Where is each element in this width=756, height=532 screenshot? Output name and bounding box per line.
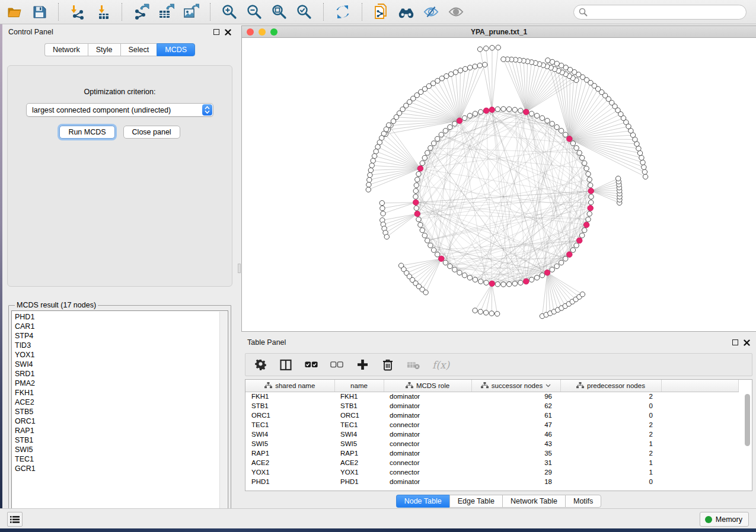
export-network-icon[interactable] (133, 4, 149, 20)
select-spinner-icon (202, 104, 212, 116)
zoom-selected-icon[interactable] (296, 4, 312, 20)
memory-label: Memory (716, 515, 742, 524)
result-node-item[interactable]: SWI4 (15, 360, 228, 369)
network-titlebar[interactable]: YPA_prune.txt_1 (242, 26, 756, 38)
first-neighbors-icon[interactable] (398, 4, 414, 20)
table-toolbar: f(x) (245, 353, 752, 376)
result-node-item[interactable]: TEC1 (15, 454, 228, 464)
result-node-item[interactable]: SWI5 (15, 445, 228, 454)
status-bar: Memory (0, 508, 756, 528)
result-node-item[interactable]: STP4 (15, 331, 228, 341)
optimization-criterion-select[interactable]: largest connected component (undirected) (26, 103, 213, 117)
float-panel-icon[interactable] (213, 29, 219, 35)
import-table-icon[interactable] (94, 4, 111, 20)
show-column-panel-icon[interactable] (279, 358, 292, 371)
toolbar-separator (362, 3, 362, 21)
minimize-window-icon[interactable] (259, 28, 266, 36)
create-column-plus-icon[interactable] (356, 358, 369, 371)
tab-node-table[interactable]: Node Table (396, 495, 449, 508)
tab-select[interactable]: Select (120, 43, 157, 56)
table-panel: Table Panel f(x) (241, 335, 756, 508)
table-row[interactable]: TEC1TEC1connector472 (245, 420, 739, 430)
show-task-history-button[interactable] (7, 512, 23, 527)
result-node-item[interactable]: RAP1 (15, 426, 228, 435)
close-panel-icon[interactable] (225, 29, 231, 36)
table-scrollbar[interactable] (745, 393, 750, 489)
table-row[interactable]: YOX1YOX1connector291 (245, 467, 739, 477)
result-node-item[interactable]: ACE2 (15, 398, 228, 407)
new-network-from-selection-icon[interactable] (373, 4, 390, 20)
toolbar-separator (122, 3, 122, 21)
control-panel: Control Panel NetworkStyleSelectMCDS Opt… (2, 24, 237, 508)
result-node-item[interactable]: GCR1 (15, 464, 228, 473)
column-header-successor-nodes[interactable]: successor nodes (471, 380, 560, 392)
result-node-item[interactable]: PMA2 (15, 379, 228, 388)
tab-style[interactable]: Style (88, 43, 120, 56)
table-row[interactable]: ACE2ACE2connector311 (245, 458, 739, 467)
table-row[interactable]: SWI4SWI4dominator462 (245, 430, 739, 439)
table-settings-gear-icon[interactable] (254, 358, 267, 371)
result-node-item[interactable]: YOX1 (15, 350, 228, 360)
vertical-splitter[interactable] (237, 24, 241, 508)
zoom-fit-icon[interactable] (271, 4, 288, 20)
mcds-result-title: MCDS result (17 nodes) (15, 301, 98, 309)
column-header-name[interactable]: name (334, 380, 384, 392)
search-container (573, 5, 747, 20)
save-session-icon[interactable] (31, 4, 47, 20)
mcds-result-list[interactable]: PHD1CAR1STP4TID3YOX1SWI4SRD1PMA2FKH1ACE2… (11, 310, 228, 514)
control-panel-tabs: NetworkStyleSelectMCDS (2, 43, 237, 56)
column-header-MCDS-role[interactable]: MCDS role (384, 380, 471, 392)
close-table-panel-icon[interactable] (744, 339, 750, 346)
tab-network[interactable]: Network (44, 43, 88, 56)
hide-selected-icon[interactable] (423, 4, 439, 20)
tab-motifs[interactable]: Motifs (565, 495, 601, 508)
export-image-icon[interactable] (183, 4, 199, 20)
maximize-window-icon[interactable] (270, 28, 277, 36)
table-scrollbar-thumb[interactable] (745, 394, 750, 446)
column-header-predecessor-nodes[interactable]: predecessor nodes (560, 380, 661, 392)
control-panel-title: Control Panel (8, 28, 53, 36)
show-all-icon[interactable] (448, 4, 464, 20)
node-table[interactable]: shared namenameMCDS rolesuccessor nodesp… (245, 380, 739, 486)
import-network-icon[interactable] (69, 4, 86, 20)
zoom-out-icon[interactable] (246, 4, 263, 20)
splitter-grab-handle[interactable] (238, 264, 241, 273)
result-node-item[interactable]: ORC1 (15, 416, 228, 426)
result-node-item[interactable]: SRD1 (15, 369, 228, 379)
tab-edge-table[interactable]: Edge Table (449, 495, 502, 508)
result-node-item[interactable]: CAR1 (15, 322, 228, 331)
network-canvas[interactable] (242, 38, 756, 331)
zoom-in-icon[interactable] (221, 4, 238, 20)
deselect-all-columns-icon[interactable] (330, 358, 343, 371)
table-panel-title: Table Panel (247, 338, 286, 347)
table-row[interactable]: RAP1RAP1dominator352 (245, 448, 739, 458)
result-node-item[interactable]: FKH1 (15, 388, 228, 398)
search-input[interactable] (573, 5, 747, 20)
delete-column-trash-icon[interactable] (381, 358, 394, 371)
refresh-icon[interactable] (334, 4, 351, 20)
mcds-result-items: PHD1CAR1STP4TID3YOX1SWI4SRD1PMA2FKH1ACE2… (12, 311, 228, 473)
result-node-item[interactable]: STB5 (15, 407, 228, 416)
column-header-shared-name[interactable]: shared name (245, 380, 334, 392)
float-table-panel-icon[interactable] (732, 339, 738, 345)
result-node-item[interactable]: STB1 (15, 435, 228, 445)
export-table-icon[interactable] (158, 4, 174, 20)
table-row[interactable]: FKH1FKH1dominator962 (245, 392, 739, 401)
select-all-columns-icon[interactable] (305, 358, 318, 371)
run-mcds-button[interactable]: Run MCDS (59, 126, 114, 139)
close-window-icon[interactable] (247, 28, 254, 36)
tab-network-table[interactable]: Network Table (502, 495, 565, 508)
table-row[interactable]: PHD1PHD1dominator180 (245, 477, 739, 486)
result-node-item[interactable]: TID3 (15, 341, 228, 350)
table-row[interactable]: ORC1ORC1dominator610 (245, 411, 739, 420)
tab-mcds[interactable]: MCDS (157, 43, 195, 56)
mcds-panel-body: Optimization criterion: largest connecte… (7, 65, 232, 287)
close-panel-button[interactable]: Close panel (123, 126, 180, 139)
table-row[interactable]: SWI5SWI5connector431 (245, 439, 739, 448)
result-node-item[interactable]: PHD1 (15, 312, 228, 322)
result-list-scrollbar[interactable] (219, 312, 227, 512)
table-row[interactable]: STB1STB1dominator620 (245, 401, 739, 411)
open-file-icon[interactable] (6, 4, 23, 20)
memory-button[interactable]: Memory (700, 512, 749, 527)
optimization-criterion-label: Optimization criterion: (8, 88, 232, 96)
